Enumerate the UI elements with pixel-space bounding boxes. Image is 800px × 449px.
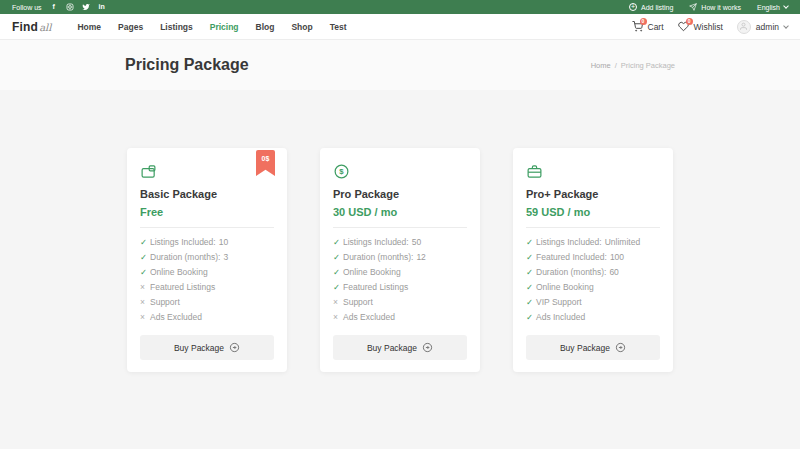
buy-package-button[interactable]: Buy Package bbox=[333, 335, 467, 360]
feature-row: ✓Online Booking bbox=[526, 280, 660, 295]
package-title: Pro Package bbox=[333, 188, 467, 200]
plus-circle-icon: + bbox=[629, 3, 637, 11]
buy-package-button[interactable]: Buy Package bbox=[140, 335, 274, 360]
user-menu[interactable]: admin bbox=[737, 20, 788, 34]
arrow-circle-icon bbox=[615, 342, 626, 353]
avatar bbox=[737, 20, 751, 34]
logo-primary: Find bbox=[12, 20, 38, 34]
feature-row: ✓Listings Included:50 bbox=[333, 235, 467, 250]
wishlist-button[interactable]: 0 Wishlist bbox=[678, 21, 723, 32]
package-price: Free bbox=[140, 206, 274, 218]
cross-icon: × bbox=[140, 295, 150, 310]
nav-item-pages[interactable]: Pages bbox=[118, 22, 143, 32]
cross-icon: × bbox=[140, 280, 150, 295]
cross-icon: × bbox=[333, 310, 343, 325]
feature-row: ×Support bbox=[140, 295, 274, 310]
feature-list: ✓Listings Included:Unlimited ✓Featured I… bbox=[526, 235, 660, 325]
add-listing-link[interactable]: + Add listing bbox=[629, 3, 673, 11]
feature-row: ×Ads Excluded bbox=[333, 310, 467, 325]
add-listing-label: Add listing bbox=[641, 4, 673, 11]
nav-item-pricing[interactable]: Pricing bbox=[210, 22, 239, 32]
feature-row: ✓Ads Included bbox=[526, 310, 660, 325]
cart-label: Cart bbox=[648, 22, 664, 32]
twitter-icon[interactable] bbox=[82, 3, 90, 11]
check-icon: ✓ bbox=[333, 280, 343, 295]
feature-row: ✓Listings Included:10 bbox=[140, 235, 274, 250]
feature-row: ✓Online Booking bbox=[333, 265, 467, 280]
chevron-down-icon bbox=[783, 3, 789, 9]
feature-row: ×Featured Listings bbox=[140, 280, 274, 295]
feature-row: ✓VIP Support bbox=[526, 295, 660, 310]
instagram-icon[interactable] bbox=[66, 3, 74, 11]
breadcrumb-separator: / bbox=[615, 61, 617, 70]
username-label: admin bbox=[756, 22, 779, 32]
arrow-circle-icon bbox=[422, 342, 433, 353]
topbar: Follow us f in + Add listing How it work… bbox=[0, 0, 800, 14]
svg-text:$: $ bbox=[339, 167, 344, 176]
feature-row: ✓Duration (months):3 bbox=[140, 250, 274, 265]
language-selector[interactable]: English bbox=[757, 4, 788, 11]
nav-item-blog[interactable]: Blog bbox=[256, 22, 275, 32]
breadcrumb-home[interactable]: Home bbox=[591, 61, 611, 70]
feature-row: ×Ads Excluded bbox=[140, 310, 274, 325]
check-icon: ✓ bbox=[526, 265, 536, 280]
check-icon: ✓ bbox=[526, 310, 536, 325]
dollar-circle-icon: $ bbox=[333, 163, 467, 180]
cart-button[interactable]: 0 Cart bbox=[632, 21, 664, 32]
feature-row: ✓Duration (months):12 bbox=[333, 250, 467, 265]
how-it-works-label: How it works bbox=[701, 4, 741, 11]
pricing-card-pro: $ Pro Package 30 USD / mo ✓Listings Incl… bbox=[320, 148, 480, 372]
nav-item-home[interactable]: Home bbox=[77, 22, 101, 32]
pricing-card-pro-plus: Pro+ Package 59 USD / mo ✓Listings Inclu… bbox=[513, 148, 673, 372]
check-icon: ✓ bbox=[333, 250, 343, 265]
main-nav: Home Pages Listings Pricing Blog Shop Te… bbox=[77, 22, 346, 32]
check-icon: ✓ bbox=[526, 235, 536, 250]
pricing-card-basic: 0$ Basic Package Free ✓Listings Included… bbox=[127, 148, 287, 372]
logo-accent: all bbox=[39, 22, 51, 33]
how-it-works-link[interactable]: How it works bbox=[689, 3, 741, 11]
feature-list: ✓Listings Included:10 ✓Duration (months)… bbox=[140, 235, 274, 325]
divider bbox=[333, 227, 467, 228]
linkedin-icon[interactable]: in bbox=[98, 3, 106, 11]
cross-icon: × bbox=[140, 310, 150, 325]
logo[interactable]: Find all bbox=[12, 20, 51, 34]
nav-item-shop[interactable]: Shop bbox=[291, 22, 312, 32]
wishlist-label: Wishlist bbox=[694, 22, 723, 32]
pricing-page: Follow us f in + Add listing How it work… bbox=[0, 0, 800, 449]
wallet-icon bbox=[140, 163, 274, 180]
cross-icon: × bbox=[333, 295, 343, 310]
buy-package-button[interactable]: Buy Package bbox=[526, 335, 660, 360]
feature-row: ✓Listings Included:Unlimited bbox=[526, 235, 660, 250]
package-price: 30 USD / mo bbox=[333, 206, 467, 218]
paper-plane-icon bbox=[689, 3, 697, 11]
nav-item-test[interactable]: Test bbox=[330, 22, 347, 32]
pricing-cards-row: 0$ Basic Package Free ✓Listings Included… bbox=[0, 90, 800, 372]
page-header: Pricing Package Home / Pricing Package bbox=[0, 40, 800, 90]
breadcrumb-current: Pricing Package bbox=[621, 61, 675, 70]
check-icon: ✓ bbox=[140, 235, 150, 250]
page-title: Pricing Package bbox=[125, 56, 249, 74]
package-title: Basic Package bbox=[140, 188, 274, 200]
check-icon: ✓ bbox=[333, 265, 343, 280]
feature-row: ✓Featured Included:100 bbox=[526, 250, 660, 265]
check-icon: ✓ bbox=[140, 250, 150, 265]
divider bbox=[526, 227, 660, 228]
briefcase-icon bbox=[526, 163, 660, 180]
arrow-circle-icon bbox=[229, 342, 240, 353]
check-icon: ✓ bbox=[526, 250, 536, 265]
chevron-down-icon bbox=[783, 23, 789, 29]
divider bbox=[140, 227, 274, 228]
feature-list: ✓Listings Included:50 ✓Duration (months)… bbox=[333, 235, 467, 325]
cart-count-badge: 0 bbox=[640, 18, 647, 25]
check-icon: ✓ bbox=[140, 265, 150, 280]
user-icon bbox=[739, 22, 748, 31]
check-icon: ✓ bbox=[526, 295, 536, 310]
feature-row: ✓Online Booking bbox=[140, 265, 274, 280]
nav-item-listings[interactable]: Listings bbox=[160, 22, 193, 32]
feature-row: ✓Duration (months):60 bbox=[526, 265, 660, 280]
facebook-icon[interactable]: f bbox=[50, 3, 58, 11]
package-title: Pro+ Package bbox=[526, 188, 660, 200]
check-icon: ✓ bbox=[526, 280, 536, 295]
wishlist-count-badge: 0 bbox=[686, 18, 693, 25]
check-icon: ✓ bbox=[333, 235, 343, 250]
